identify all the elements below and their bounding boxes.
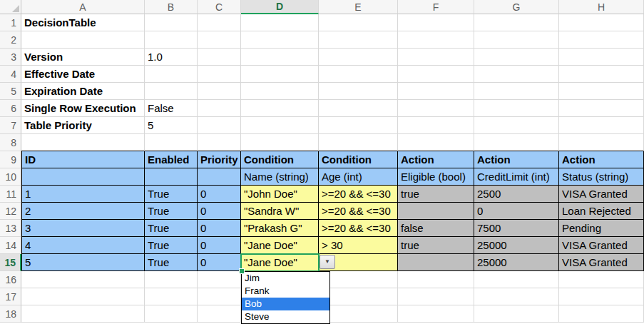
row-header-13[interactable]: 13 xyxy=(0,220,21,237)
cell-E16[interactable] xyxy=(319,271,398,288)
cell-C6[interactable] xyxy=(198,100,241,117)
cell-E14[interactable]: > 30 xyxy=(319,237,398,254)
cell-A10[interactable] xyxy=(21,168,145,186)
cell-G16[interactable] xyxy=(474,271,559,288)
cell-A2[interactable] xyxy=(21,31,145,49)
cell-F17[interactable] xyxy=(398,288,474,305)
cell-F12[interactable] xyxy=(398,203,474,220)
cell-F9[interactable]: Action xyxy=(398,151,474,168)
cell-H11[interactable]: VISA Granted xyxy=(559,186,644,203)
fill-handle[interactable] xyxy=(239,268,245,274)
cell-G17[interactable] xyxy=(474,288,559,305)
cell-C16[interactable] xyxy=(198,271,241,288)
cell-H8[interactable] xyxy=(559,134,644,151)
cell-B11[interactable]: True xyxy=(145,186,198,203)
cell-F6[interactable] xyxy=(398,100,474,117)
cell-B3[interactable]: 1.0 xyxy=(145,49,198,66)
column-header-A[interactable]: A xyxy=(21,0,145,14)
row-header-10[interactable]: 10 xyxy=(0,168,21,186)
cell-E3[interactable] xyxy=(319,49,398,66)
row-header-15[interactable]: 15 xyxy=(0,254,21,271)
cell-D8[interactable] xyxy=(241,134,319,151)
cell-H18[interactable] xyxy=(559,305,644,323)
column-header-D[interactable]: D xyxy=(241,0,319,14)
cell-A8[interactable] xyxy=(21,134,145,151)
cell-C2[interactable] xyxy=(198,31,241,49)
row-header-16[interactable]: 16 xyxy=(0,271,21,288)
cell-C4[interactable] xyxy=(198,66,241,83)
row-header-17[interactable]: 17 xyxy=(0,288,21,305)
cell-G14[interactable]: 25000 xyxy=(474,237,559,254)
cell-A16[interactable] xyxy=(21,271,145,288)
cell-D11[interactable]: "John Doe" xyxy=(241,186,319,203)
cell-C1[interactable] xyxy=(198,14,241,31)
column-header-H[interactable]: H xyxy=(559,0,644,14)
row-header-2[interactable]: 2 xyxy=(0,31,21,49)
cell-C5[interactable] xyxy=(198,83,241,100)
column-header-G[interactable]: G xyxy=(474,0,559,14)
cell-A9[interactable]: ID xyxy=(21,151,145,168)
cell-B16[interactable] xyxy=(145,271,198,288)
cell-F2[interactable] xyxy=(398,31,474,49)
dropdown-item-jim[interactable]: Jim xyxy=(242,272,329,285)
cell-A12[interactable]: 2 xyxy=(21,203,145,220)
cell-E6[interactable] xyxy=(319,100,398,117)
cell-D1[interactable] xyxy=(241,14,319,31)
cell-H10[interactable]: Status (string) xyxy=(559,168,644,186)
cell-C9[interactable]: Priority xyxy=(198,151,241,168)
cell-G2[interactable] xyxy=(474,31,559,49)
cell-C13[interactable]: 0 xyxy=(198,220,241,237)
cell-B14[interactable]: True xyxy=(145,237,198,254)
cell-F5[interactable] xyxy=(398,83,474,100)
cell-A11[interactable]: 1 xyxy=(21,186,145,203)
row-header-14[interactable]: 14 xyxy=(0,237,21,254)
cell-C3[interactable] xyxy=(198,49,241,66)
cell-A18[interactable] xyxy=(21,305,145,323)
cell-C15[interactable]: 0 xyxy=(198,254,241,271)
cell-B15[interactable]: True xyxy=(145,254,198,271)
cell-G10[interactable]: CreditLimit (int) xyxy=(474,168,559,186)
cell-H3[interactable] xyxy=(559,49,644,66)
column-header-C[interactable]: C xyxy=(198,0,241,14)
cell-D13[interactable]: "Prakash G" xyxy=(241,220,319,237)
cell-C12[interactable]: 0 xyxy=(198,203,241,220)
cell-B6[interactable]: False xyxy=(145,100,198,117)
cell-D6[interactable] xyxy=(241,100,319,117)
cell-H6[interactable] xyxy=(559,100,644,117)
cell-C8[interactable] xyxy=(198,134,241,151)
cell-A14[interactable]: 4 xyxy=(21,237,145,254)
cell-D9[interactable]: Condition xyxy=(241,151,319,168)
row-header-12[interactable]: 12 xyxy=(0,203,21,220)
cell-E18[interactable] xyxy=(319,305,398,323)
cell-H17[interactable] xyxy=(559,288,644,305)
cell-A4[interactable]: Effective Date xyxy=(21,66,145,83)
cell-F3[interactable] xyxy=(398,49,474,66)
cell-B2[interactable] xyxy=(145,31,198,49)
cell-F13[interactable]: false xyxy=(398,220,474,237)
cell-D7[interactable] xyxy=(241,117,319,134)
cell-C18[interactable] xyxy=(198,305,241,323)
row-header-11[interactable]: 11 xyxy=(0,186,21,203)
cell-D3[interactable] xyxy=(241,49,319,66)
cell-D10[interactable]: Name (string) xyxy=(241,168,319,186)
cell-C17[interactable] xyxy=(198,288,241,305)
cell-H2[interactable] xyxy=(559,31,644,49)
cell-G12[interactable]: 0 xyxy=(474,203,559,220)
cell-E9[interactable]: Condition xyxy=(319,151,398,168)
cell-G9[interactable]: Action xyxy=(474,151,559,168)
cell-H5[interactable] xyxy=(559,83,644,100)
row-header-5[interactable]: 5 xyxy=(0,83,21,100)
cell-C14[interactable]: 0 xyxy=(198,237,241,254)
cell-E5[interactable] xyxy=(319,83,398,100)
cell-F18[interactable] xyxy=(398,305,474,323)
cell-D2[interactable] xyxy=(241,31,319,49)
cell-B18[interactable] xyxy=(145,305,198,323)
cell-H9[interactable]: Action xyxy=(559,151,644,168)
cell-C7[interactable] xyxy=(198,117,241,134)
cell-H16[interactable] xyxy=(559,271,644,288)
cell-G13[interactable]: 7500 xyxy=(474,220,559,237)
cell-B7[interactable]: 5 xyxy=(145,117,198,134)
cell-F15[interactable] xyxy=(398,254,474,271)
cell-B9[interactable]: Enabled xyxy=(145,151,198,168)
cell-A7[interactable]: Table Priority xyxy=(21,117,145,134)
